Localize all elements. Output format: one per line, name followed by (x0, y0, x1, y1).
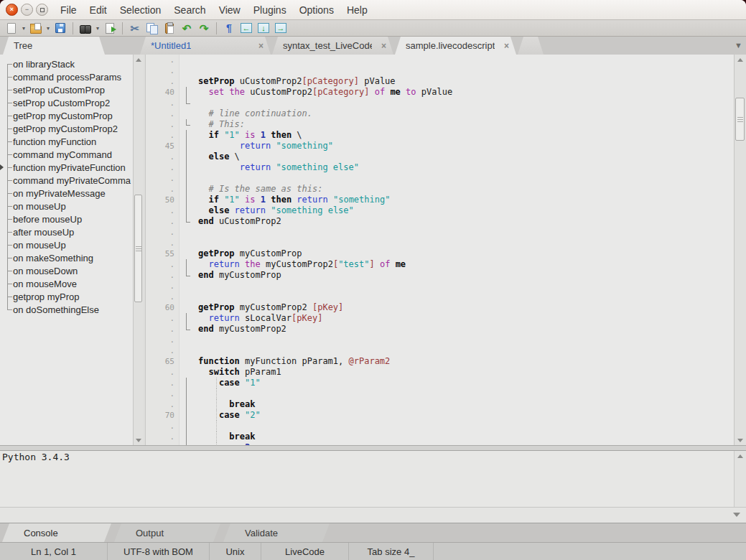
menu-options[interactable]: Options (293, 0, 340, 19)
menu-selection[interactable]: Selection (113, 0, 168, 19)
tab-list-dropdown-icon[interactable]: ▼ (735, 41, 742, 50)
show-whitespace-icon[interactable]: ¶ (220, 21, 238, 36)
sidebar-item[interactable]: on myPrivateMessage (0, 187, 133, 200)
panel-tab-output[interactable]: Output (114, 523, 220, 542)
panel-entry-row[interactable] (0, 507, 746, 523)
sidebar-item[interactable]: function myFunction (0, 135, 133, 148)
sidebar-item[interactable]: command myPrivateComma (0, 174, 133, 187)
panel-tab-console[interactable]: Console (2, 523, 111, 542)
scroll-up-icon[interactable] (735, 55, 746, 65)
sidebar-item-label: setProp uCustomProp (13, 85, 105, 95)
tab-sample-livecodescript[interactable]: sample.livecodescript× (395, 37, 516, 55)
close-icon[interactable]: × (504, 41, 509, 51)
console-pane[interactable]: Python 3.4.3 (0, 451, 746, 507)
sidebar-item[interactable]: on makeSomething (0, 251, 133, 264)
nav-left-icon[interactable]: ← (238, 21, 255, 36)
menu-plugins[interactable]: Plugins (247, 0, 293, 19)
line-number: . (146, 119, 179, 130)
line-number: . (146, 205, 179, 216)
sidebar-item[interactable]: on mouseUp (0, 238, 133, 251)
fold-marker-icon[interactable] (179, 76, 192, 87)
find-dropdown-icon[interactable]: ▾ (94, 21, 101, 36)
menu-help[interactable]: Help (340, 0, 374, 19)
fold-margin (179, 98, 192, 108)
sidebar-item[interactable]: on doSomethingElse (0, 303, 133, 316)
redo-icon[interactable]: ↷ (195, 21, 213, 36)
paste-icon[interactable] (161, 21, 178, 36)
code-text (192, 421, 198, 431)
console-scrollbar[interactable] (734, 451, 746, 507)
menu-search[interactable]: Search (167, 0, 212, 19)
panel-splitter[interactable] (0, 445, 746, 451)
scroll-up-icon[interactable] (735, 451, 746, 461)
fold-marker-icon[interactable] (179, 108, 192, 119)
sidebar-item[interactable]: getProp myCustomProp2 (0, 122, 133, 135)
panel-tab-validate[interactable]: Validate (223, 523, 330, 542)
status-encoding[interactable]: UTF-8 with BOM (108, 543, 210, 560)
sidebar-item[interactable]: before mouseUp (0, 213, 133, 225)
editor-scrollbar[interactable] (734, 55, 746, 445)
sidebar-item[interactable]: function myPrivateFunction (0, 161, 133, 174)
maximize-window-icon[interactable] (36, 4, 48, 16)
nav-right-icon[interactable]: → (272, 21, 289, 36)
sidebar-scroll-thumb[interactable] (134, 195, 142, 302)
sidebar-item[interactable]: on mouseDown (0, 264, 133, 277)
undo-icon[interactable]: ↶ (178, 21, 195, 36)
fold-margin (179, 173, 192, 184)
tree-line (4, 303, 13, 316)
status-language[interactable]: LiveCode (261, 543, 349, 560)
open-dropdown-icon[interactable]: ▾ (45, 21, 52, 36)
new-file-icon[interactable] (3, 21, 20, 36)
close-window-icon[interactable]: × (6, 4, 18, 16)
code-text: else return "something else" (192, 205, 354, 216)
sidebar-item[interactable]: getProp myCustomProp (0, 109, 133, 122)
menu-view[interactable]: View (213, 0, 247, 19)
copy-icon[interactable] (144, 21, 161, 36)
sidebar-item[interactable]: on libraryStack (0, 57, 133, 70)
sidebar-scrollbar[interactable] (133, 55, 144, 445)
open-file-icon[interactable] (27, 21, 45, 36)
page-glyph (7, 23, 16, 34)
sidebar-item[interactable]: getprop myProp (0, 290, 133, 303)
scroll-down-icon[interactable] (735, 435, 746, 445)
sidebar-item[interactable]: setProp uCustomProp2 (0, 96, 133, 109)
sidebar-item[interactable]: command processParams (0, 70, 133, 83)
status-line-col[interactable]: Ln 1, Col 1 (0, 543, 108, 560)
tab--untitled1[interactable]: *Untitled1× (140, 37, 271, 55)
menu-file[interactable]: File (54, 0, 83, 19)
new-dropdown-icon[interactable]: ▾ (20, 21, 27, 36)
find-icon[interactable] (77, 21, 94, 36)
status-eol[interactable]: Unix (210, 543, 261, 560)
minimize-window-icon[interactable]: − (21, 4, 33, 16)
fold-marker-icon[interactable] (179, 367, 192, 378)
chevron-down-icon[interactable] (733, 513, 740, 517)
scroll-down-icon[interactable] (134, 435, 144, 445)
cut-icon[interactable]: ✂ (126, 21, 144, 36)
fold-margin (179, 87, 192, 98)
menu-edit[interactable]: Edit (83, 0, 113, 19)
fold-marker-icon[interactable] (179, 248, 192, 259)
code-line: 60getProp myCustomProp2 [pKey] (146, 302, 734, 313)
fold-marker-icon[interactable] (179, 302, 192, 313)
run-icon[interactable] (101, 21, 118, 36)
close-icon[interactable]: × (258, 41, 264, 51)
code-editor[interactable]: ...setProp uCustomProp2[pCategory] pValu… (146, 55, 734, 445)
sidebar-item[interactable]: command myCommand (0, 148, 133, 161)
sidebar-item[interactable]: after mouseUp (0, 225, 133, 238)
tab-syntax-test-livecode-n[interactable]: syntax_test_LiveCode_n× (272, 37, 393, 55)
sidebar-item[interactable]: on mouseUp (0, 200, 133, 213)
editor-scroll-thumb[interactable] (735, 98, 745, 141)
new-tab-button[interactable]: + (518, 37, 544, 55)
status-tab-size[interactable]: Tab size 4_ (349, 543, 434, 560)
sidebar-item[interactable]: on mouseMove (0, 277, 133, 290)
sidebar-item-label: function myFunction (13, 136, 96, 147)
save-icon[interactable] (52, 21, 69, 36)
close-icon[interactable]: × (381, 41, 386, 51)
line-number: . (146, 184, 179, 195)
sidebar-item[interactable]: setProp uCustomProp (0, 83, 133, 96)
nav-down-icon[interactable]: ↓ (255, 21, 272, 36)
fold-marker-icon[interactable] (179, 356, 192, 367)
sidebar-tab-tree[interactable]: Tree (3, 37, 105, 55)
fold-margin (179, 345, 192, 356)
scroll-up-icon[interactable] (134, 55, 144, 65)
